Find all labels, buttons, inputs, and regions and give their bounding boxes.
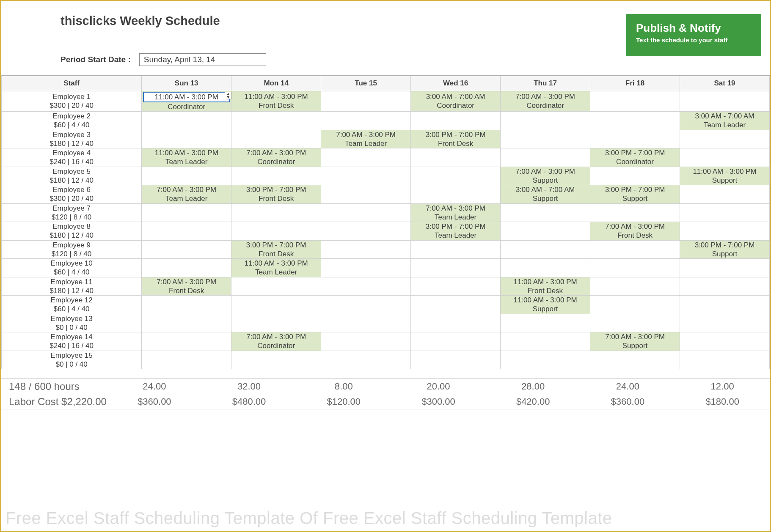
shift-cell[interactable]: [411, 148, 501, 167]
publish-notify-button[interactable]: Publish & Notify Text the schedule to yo…: [626, 14, 761, 56]
shift-cell[interactable]: [142, 167, 231, 185]
shift-cell[interactable]: [590, 130, 680, 148]
shift-cell[interactable]: 7:00 AM - 3:00 PMSupport: [501, 167, 590, 185]
shift-cell[interactable]: [231, 296, 321, 314]
shift-cell[interactable]: [142, 222, 231, 241]
shift-cell[interactable]: [680, 277, 770, 296]
shift-cell[interactable]: [321, 185, 411, 204]
shift-cell[interactable]: [321, 259, 411, 277]
shift-cell[interactable]: [501, 130, 590, 148]
shift-cell[interactable]: [321, 332, 411, 351]
shift-cell[interactable]: [501, 240, 590, 259]
shift-cell[interactable]: 11:00 AM - 3:00 PMFront Desk: [231, 91, 321, 112]
shift-cell[interactable]: [680, 203, 770, 222]
shift-cell[interactable]: [231, 314, 321, 332]
shift-cell[interactable]: [680, 130, 770, 148]
shift-cell[interactable]: 11:00 AM - 3:00 PMSupport: [680, 167, 770, 185]
shift-cell[interactable]: 11:00 AM - 3:00 PMTeam Leader: [231, 259, 321, 277]
shift-cell[interactable]: [142, 203, 231, 222]
staff-cell[interactable]: Employee 12$60 | 4 / 40: [2, 296, 142, 314]
shift-cell[interactable]: ▲▼11:00 AM - 3:00 PMCoordinator: [142, 91, 231, 112]
shift-cell[interactable]: [501, 332, 590, 351]
staff-cell[interactable]: Employee 15$0 | 0 / 40: [2, 351, 142, 369]
staff-cell[interactable]: Employee 11$180 | 12 / 40: [2, 277, 142, 296]
shift-cell[interactable]: [590, 203, 680, 222]
shift-cell[interactable]: [321, 112, 411, 130]
shift-cell[interactable]: [231, 112, 321, 130]
staff-cell[interactable]: Employee 3$180 | 12 / 40: [2, 130, 142, 148]
shift-cell[interactable]: [680, 314, 770, 332]
shift-cell[interactable]: [411, 112, 501, 130]
shift-cell[interactable]: [680, 351, 770, 369]
staff-cell[interactable]: Employee 7$120 | 8 / 40: [2, 203, 142, 222]
shift-cell[interactable]: 11:00 AM - 3:00 PMFront Desk: [501, 277, 590, 296]
staff-cell[interactable]: Employee 5$180 | 12 / 40: [2, 167, 142, 185]
staff-cell[interactable]: Employee 13$0 | 0 / 40: [2, 314, 142, 332]
shift-cell[interactable]: [590, 314, 680, 332]
shift-cell[interactable]: 7:00 AM - 3:00 PMFront Desk: [142, 277, 231, 296]
shift-cell[interactable]: [680, 296, 770, 314]
shift-cell[interactable]: 7:00 AM - 3:00 PMCoordinator: [231, 332, 321, 351]
shift-cell[interactable]: [142, 332, 231, 351]
shift-cell[interactable]: 7:00 AM - 3:00 PMCoordinator: [231, 148, 321, 167]
shift-cell[interactable]: 3:00 PM - 7:00 PMFront Desk: [231, 240, 321, 259]
shift-cell[interactable]: [321, 314, 411, 332]
shift-cell[interactable]: [142, 259, 231, 277]
shift-cell[interactable]: [501, 314, 590, 332]
shift-cell[interactable]: [231, 130, 321, 148]
shift-cell[interactable]: 3:00 AM - 7:00 AMTeam Leader: [680, 112, 770, 130]
shift-cell[interactable]: [231, 351, 321, 369]
shift-cell[interactable]: [680, 222, 770, 241]
shift-cell[interactable]: [411, 240, 501, 259]
shift-cell[interactable]: [411, 167, 501, 185]
shift-cell[interactable]: 3:00 PM - 7:00 PMSupport: [590, 185, 680, 204]
shift-cell[interactable]: [142, 240, 231, 259]
shift-cell[interactable]: [321, 167, 411, 185]
shift-cell[interactable]: 7:00 AM - 3:00 PMTeam Leader: [142, 185, 231, 204]
shift-cell[interactable]: 3:00 PM - 7:00 PMSupport: [680, 240, 770, 259]
shift-cell[interactable]: [590, 277, 680, 296]
staff-cell[interactable]: Employee 8$180 | 12 / 40: [2, 222, 142, 241]
staff-cell[interactable]: Employee 1$300 | 20 / 40: [2, 91, 142, 112]
shift-cell[interactable]: [501, 112, 590, 130]
shift-cell[interactable]: [142, 296, 231, 314]
shift-cell[interactable]: [590, 351, 680, 369]
shift-time[interactable]: 11:00 AM - 3:00 PM: [143, 92, 230, 102]
shift-cell[interactable]: [680, 259, 770, 277]
stepper-icon[interactable]: ▲▼: [225, 92, 231, 99]
shift-cell[interactable]: [501, 203, 590, 222]
shift-cell[interactable]: 7:00 AM - 3:00 PMTeam Leader: [321, 130, 411, 148]
shift-cell[interactable]: [590, 112, 680, 130]
staff-cell[interactable]: Employee 14$240 | 16 / 40: [2, 332, 142, 351]
shift-cell[interactable]: [680, 148, 770, 167]
shift-cell[interactable]: [411, 351, 501, 369]
shift-cell[interactable]: [231, 167, 321, 185]
shift-cell[interactable]: 11:00 AM - 3:00 PMTeam Leader: [142, 148, 231, 167]
shift-cell[interactable]: [321, 240, 411, 259]
shift-cell[interactable]: 3:00 PM - 7:00 PMFront Desk: [411, 130, 501, 148]
shift-cell[interactable]: [321, 351, 411, 369]
shift-cell[interactable]: [680, 332, 770, 351]
staff-cell[interactable]: Employee 2$60 | 4 / 40: [2, 112, 142, 130]
shift-cell[interactable]: 7:00 AM - 3:00 PMCoordinator: [501, 91, 590, 112]
shift-cell[interactable]: [142, 112, 231, 130]
shift-cell[interactable]: 7:00 AM - 3:00 PMSupport: [590, 332, 680, 351]
shift-cell[interactable]: [231, 222, 321, 241]
shift-cell[interactable]: [411, 185, 501, 204]
shift-cell[interactable]: [411, 259, 501, 277]
shift-cell[interactable]: [321, 222, 411, 241]
shift-cell[interactable]: [411, 296, 501, 314]
shift-cell[interactable]: 7:00 AM - 3:00 PMFront Desk: [590, 222, 680, 241]
shift-cell[interactable]: [231, 277, 321, 296]
shift-cell[interactable]: 3:00 PM - 7:00 PMTeam Leader: [411, 222, 501, 241]
shift-cell[interactable]: [142, 351, 231, 369]
staff-cell[interactable]: Employee 6$300 | 20 / 40: [2, 185, 142, 204]
staff-cell[interactable]: Employee 10$60 | 4 / 40: [2, 259, 142, 277]
shift-cell[interactable]: [321, 203, 411, 222]
shift-cell[interactable]: [501, 222, 590, 241]
shift-cell[interactable]: [680, 185, 770, 204]
shift-cell[interactable]: [590, 296, 680, 314]
shift-cell[interactable]: [501, 148, 590, 167]
shift-cell[interactable]: [321, 296, 411, 314]
shift-cell[interactable]: [680, 91, 770, 112]
